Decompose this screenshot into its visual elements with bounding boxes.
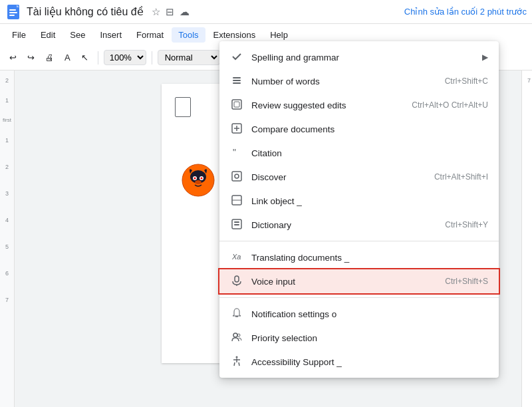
dropdown-item-label-review: Review suggested edits <box>251 100 404 110</box>
menu-item-insert[interactable]: Insert <box>94 27 129 43</box>
dropdown-item-shortcut-discover: Ctrl+Alt+Shift+I <box>434 172 488 182</box>
star-icon[interactable]: ☆ <box>152 6 160 18</box>
dropdown-item-label-voice: Voice input <box>251 277 437 287</box>
dropdown-item-shortcut-voice: Ctrl+Shift+S <box>445 277 488 286</box>
dropdown-item-label-priority: Priority selection <box>251 333 488 343</box>
svg-rect-11 <box>233 77 241 78</box>
ruler-label-3: 3 <box>5 190 9 197</box>
dropdown-item-link[interactable]: Link object _ <box>219 189 499 213</box>
svg-rect-2 <box>9 12 17 13</box>
dropdown-item-label-accessibility: Accessibility Support _ <box>251 357 488 367</box>
ruler-label-6: 6 <box>5 270 9 277</box>
dropdown-item-dictionary[interactable]: DictionaryCtrl+Shift+Y <box>219 213 499 237</box>
left-ruler: 2 1 first 1 2 3 4 5 6 7 <box>0 70 15 407</box>
svg-rect-14 <box>232 100 241 109</box>
page-icon <box>175 97 191 117</box>
paint-format-button[interactable]: A <box>61 50 74 65</box>
translate-icon: Xa <box>230 251 243 264</box>
dropdown-item-priority[interactable]: Priority selection <box>219 326 499 350</box>
svg-rect-25 <box>234 221 239 223</box>
dropdown-item-shortcut-review: Ctrl+Alt+O Ctrl+Alt+U <box>412 100 488 110</box>
link-icon <box>230 195 243 207</box>
dropdown-item-label-citation: Citation <box>251 148 488 158</box>
discover-icon <box>230 171 243 184</box>
menu-item-format[interactable]: Format <box>130 27 170 43</box>
folder-icon[interactable]: ⊟ <box>166 6 174 18</box>
menu-separator-11 <box>219 297 499 298</box>
undo-button[interactable]: ↩ <box>5 50 21 65</box>
toolbar-separator-1 <box>98 51 98 65</box>
last-edit-link[interactable]: Chỉnh sửa lần cuối 2 phút trước <box>404 7 527 17</box>
dropdown-item-label-spelling: Spelling and grammar <box>251 53 477 63</box>
svg-point-21 <box>235 174 239 178</box>
menu-separator-8 <box>219 241 499 241</box>
dropdown-item-label-compare: Compare documents <box>251 124 488 134</box>
document-title[interactable]: Tài liệu không có tiêu đề <box>27 5 144 18</box>
dropdown-item-label-notification: Notification settings o <box>251 309 488 319</box>
menu-item-help[interactable]: Help <box>263 27 295 43</box>
docs-logo-icon <box>5 4 21 20</box>
dropdown-item-label-discover: Discover <box>251 172 426 182</box>
style-select[interactable]: Normal Heading 1 Heading 2 <box>158 50 220 65</box>
citation-icon: " <box>230 147 243 160</box>
dropdown-item-shortcut-wordcount: Ctrl+Shift+C <box>445 76 488 86</box>
print-button[interactable]: 🖨 <box>41 50 58 65</box>
svg-rect-13 <box>233 82 241 84</box>
menu-item-extensions[interactable]: Extensions <box>207 27 263 43</box>
dropdown-item-discover[interactable]: DiscoverCtrl+Alt+Shift+I <box>219 165 499 189</box>
menu-item-edit[interactable]: Edit <box>34 27 62 43</box>
buffcom-logo-icon <box>182 164 215 197</box>
svg-rect-3 <box>9 15 15 16</box>
svg-rect-26 <box>234 224 239 225</box>
dropdown-item-arrow-spelling: ▶ <box>482 53 488 62</box>
svg-text:Xa: Xa <box>231 253 241 261</box>
dropdown-item-shortcut-dictionary: Ctrl+Shift+Y <box>445 220 488 229</box>
right-ruler: 7 <box>521 70 532 407</box>
check-icon <box>230 51 243 64</box>
title-bar: Tài liệu không có tiêu đề ☆ ⊟ ☁ Chỉnh sử… <box>0 0 532 24</box>
svg-line-37 <box>239 362 239 366</box>
ruler-label-1: 1 <box>5 97 9 104</box>
ruler-label-2b: 2 <box>5 164 9 170</box>
dropdown-item-accessibility[interactable]: Accessibility Support _ <box>219 350 499 374</box>
dropdown-item-review[interactable]: Review suggested editsCtrl+Alt+O Ctrl+Al… <box>219 93 499 117</box>
dropdown-item-compare[interactable]: Compare documents <box>219 117 499 141</box>
svg-rect-1 <box>9 9 16 11</box>
ruler-label-first: first <box>3 117 11 123</box>
dictionary-icon <box>230 219 243 231</box>
dropdown-item-label-translate: Translating documents _ <box>251 253 488 263</box>
svg-rect-12 <box>233 80 241 81</box>
dropdown-item-spelling[interactable]: Spelling and grammar▶ <box>219 45 499 69</box>
cloud-icon[interactable]: ☁ <box>180 6 190 18</box>
compare-icon <box>230 123 243 136</box>
svg-rect-28 <box>235 276 239 282</box>
cursor-button[interactable]: ↖ <box>77 50 92 65</box>
menu-item-see[interactable]: See <box>63 27 92 43</box>
svg-point-9 <box>201 178 203 180</box>
zoom-select[interactable]: 100% 75% 150% <box>104 50 146 65</box>
right-ruler-7: 7 <box>527 77 531 84</box>
svg-point-31 <box>233 333 237 337</box>
toolbar-separator-2 <box>152 51 152 65</box>
list-icon <box>230 75 243 88</box>
dropdown-item-label-dictionary: Dictionary <box>251 220 437 230</box>
accessibility-icon <box>230 356 243 368</box>
ruler-label-5: 5 <box>5 243 9 250</box>
svg-point-10 <box>195 180 201 184</box>
dropdown-item-voice[interactable]: Voice inputCtrl+Shift+S <box>219 269 499 293</box>
redo-button[interactable]: ↪ <box>23 50 39 65</box>
review-icon <box>230 99 243 112</box>
svg-point-8 <box>194 178 196 180</box>
menu-item-file[interactable]: File <box>5 27 33 43</box>
menu-item-tools[interactable]: Tools <box>172 27 205 43</box>
dropdown-item-citation[interactable]: "Citation <box>219 141 499 165</box>
priority-icon <box>230 332 243 344</box>
tools-dropdown-menu: Spelling and grammar▶Number of wordsCtrl… <box>219 41 499 378</box>
dropdown-item-wordcount[interactable]: Number of wordsCtrl+Shift+C <box>219 69 499 93</box>
svg-rect-20 <box>232 172 241 181</box>
ruler-label-1b: 1 <box>5 137 9 144</box>
ruler-label-2: 2 <box>5 77 9 84</box>
dropdown-item-translate[interactable]: XaTranslating documents _ <box>219 245 499 269</box>
ruler-label-7: 7 <box>5 297 9 303</box>
dropdown-item-notification[interactable]: Notification settings o <box>219 302 499 326</box>
